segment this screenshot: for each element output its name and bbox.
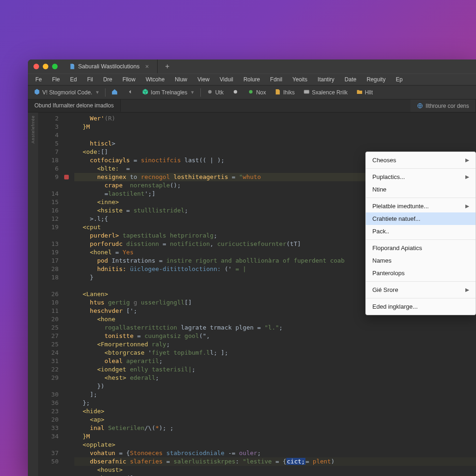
code-line[interactable]: Wer'(R)	[74, 114, 476, 123]
line-number[interactable]	[38, 382, 59, 390]
toolbar-button[interactable]: Iom Trelnagles▼	[139, 87, 198, 98]
code-line[interactable]: <hide>	[74, 407, 476, 416]
editor-tab-secondary[interactable]: Ilthroure cor dens	[410, 99, 476, 112]
code-line[interactable]: ];	[74, 390, 476, 399]
line-number[interactable]: 20	[38, 416, 59, 424]
line-number[interactable]: 22	[38, 365, 59, 374]
code-line[interactable]: <hone	[74, 315, 476, 324]
code-line[interactable]: htiscl>	[74, 139, 476, 148]
toolbar-button[interactable]: Utk	[204, 87, 226, 98]
code-line[interactable]: tonistte = cuungatsiz gool(",	[74, 332, 476, 340]
code-line[interactable]: <hest> ederall;	[74, 374, 476, 382]
breakpoint-icon[interactable]	[64, 175, 69, 179]
line-number[interactable]: 6	[38, 165, 59, 173]
toolbar-button[interactable]	[124, 87, 136, 98]
code-line[interactable]: }M	[74, 123, 476, 131]
menu-item[interactable]: Itantiry	[313, 75, 339, 84]
line-number[interactable]	[38, 231, 59, 240]
line-number[interactable]: 12	[38, 215, 59, 223]
line-number[interactable]: 37	[38, 449, 59, 457]
line-number[interactable]: 25	[38, 324, 59, 332]
line-number[interactable]: 13	[38, 240, 59, 248]
menu-item[interactable]: Fdnil	[265, 75, 287, 84]
line-number[interactable]: 7	[38, 148, 59, 156]
fold-gutter[interactable]	[64, 112, 72, 476]
line-number[interactable]: 10	[38, 298, 59, 307]
context-menu-item[interactable]: Panterolops	[366, 267, 476, 279]
context-menu-item[interactable]: Eded ingklarge...	[366, 300, 476, 313]
context-menu-item[interactable]: Pack..	[366, 225, 476, 238]
minimize-window-button[interactable]	[43, 64, 48, 69]
line-number[interactable]: 31	[38, 357, 59, 365]
line-number[interactable]: 2	[38, 114, 59, 123]
line-number[interactable]: 9	[38, 173, 59, 181]
code-line[interactable]: };	[74, 399, 476, 407]
context-menu-item[interactable]: Plelatble imedtunte...▶	[366, 200, 476, 212]
context-menu-item[interactable]: Floporand Apiatics	[366, 242, 476, 254]
code-line[interactable]: dbserafnic slaferies = salerluistiskrpes…	[74, 457, 476, 466]
code-line[interactable]: <opplate>	[74, 441, 476, 449]
menu-item[interactable]: Rolure	[239, 75, 264, 84]
toolbar-button[interactable]: Sxalence Rrilk	[300, 87, 350, 98]
line-number[interactable]: 14	[38, 190, 59, 198]
line-number[interactable]: 33	[38, 424, 59, 432]
context-menu-item[interactable]: Ntine	[366, 183, 476, 196]
code-line[interactable]: <Fmorpertonned raly;	[74, 340, 476, 349]
code-line[interactable]	[74, 131, 476, 139]
line-number[interactable]: 30	[38, 390, 59, 399]
line-number[interactable]: 11	[38, 307, 59, 315]
line-number[interactable]	[38, 441, 59, 449]
toolbar-button[interactable]: Ihiks	[271, 87, 298, 98]
line-number[interactable]: 15	[38, 198, 59, 206]
close-tab-button[interactable]: ×	[145, 63, 152, 70]
menu-item[interactable]: Ep	[391, 75, 407, 84]
close-window-button[interactable]	[33, 64, 39, 69]
line-number[interactable]: 50	[38, 457, 59, 466]
code-line[interactable]: <iondget enlly tasterisil|;	[74, 365, 476, 374]
line-number[interactable]: 23	[38, 407, 59, 416]
toolbar-button[interactable]	[229, 87, 242, 98]
maximize-window-button[interactable]	[52, 64, 58, 69]
toolbar-button[interactable]: Nox	[245, 87, 269, 98]
context-menu-item[interactable]: Gié Srore▶	[366, 284, 476, 296]
code-line[interactable]: <houst>	[74, 466, 476, 474]
context-menu-item[interactable]: Crahtiete natuef...	[366, 212, 476, 225]
toolbar-button[interactable]	[108, 87, 121, 98]
menu-item[interactable]: Viduil	[215, 75, 238, 84]
context-menu-item[interactable]: Cheoses▶	[366, 154, 476, 166]
line-gutter[interactable]: 2345718691415161219131917281826101120252…	[38, 112, 64, 476]
menu-item[interactable]: Dre	[99, 75, 117, 84]
line-number[interactable]: 3	[38, 123, 59, 131]
line-number[interactable]: 19	[38, 223, 59, 231]
line-number[interactable]: 29	[38, 374, 59, 382]
code-line[interactable]: <ap>	[74, 416, 476, 424]
menu-item[interactable]: Fle	[47, 75, 65, 84]
menu-item[interactable]: Nluw	[170, 75, 192, 84]
line-number[interactable]: 34	[38, 432, 59, 441]
line-number[interactable]: 17	[38, 257, 59, 265]
window-tab[interactable]: Saburali Wastiloclutions ×	[63, 60, 158, 73]
context-menu-item[interactable]: Names	[366, 254, 476, 267]
line-number[interactable]: 25	[38, 340, 59, 349]
side-rail[interactable]: Anstelefrrée	[28, 112, 38, 476]
code-line[interactable]: rogallasterrittction lagrate trmack plge…	[74, 324, 476, 332]
code-line[interactable]: }M	[74, 432, 476, 441]
code-line[interactable]: })	[74, 382, 476, 390]
menu-item[interactable]: Reguity	[362, 75, 390, 84]
code-line[interactable]: inal Setierilen/\(*); ;	[74, 424, 476, 432]
menu-item[interactable]: View	[193, 75, 214, 84]
menu-item[interactable]: Wtcohe	[141, 75, 169, 84]
line-number[interactable]	[38, 282, 59, 290]
line-number[interactable]: 18	[38, 273, 59, 282]
line-number[interactable]: 18	[38, 156, 59, 165]
line-number[interactable]: 5	[38, 139, 59, 148]
menu-item[interactable]: Fil	[82, 75, 98, 84]
code-line[interactable]: <best = (];	[74, 474, 476, 476]
line-number[interactable]: 16	[38, 206, 59, 215]
code-line[interactable]: <btorgrcase 'fiyet topibumf.ll; ];	[74, 349, 476, 357]
new-tab-button[interactable]: +	[165, 63, 172, 70]
code-line[interactable]: oleal aperartil;	[74, 357, 476, 365]
editor-tab-active[interactable]: Obund Ifurnalter delone imadlos	[28, 99, 121, 112]
menu-item[interactable]: Fe	[31, 75, 46, 84]
code-line[interactable]: vohatun = {Stonoeces stabrosciodniale -=…	[74, 449, 476, 457]
